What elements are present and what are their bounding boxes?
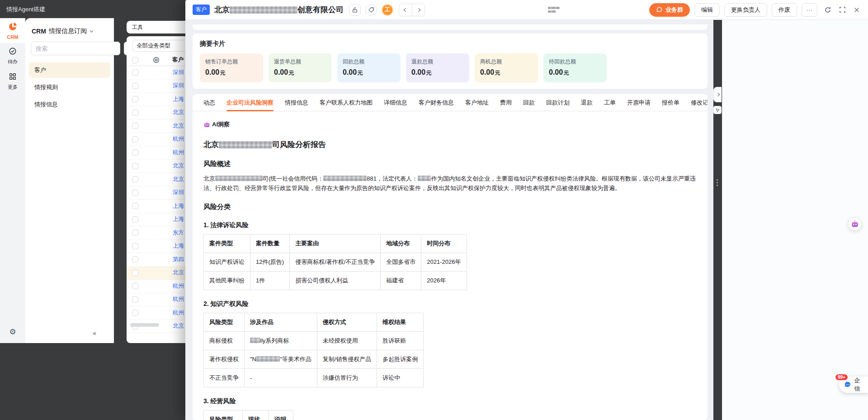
row-checkbox[interactable]: [132, 69, 138, 76]
row-checkbox[interactable]: [132, 190, 138, 196]
prev-record-button[interactable]: [399, 4, 412, 16]
ai-insight-label-row: AI洞察: [203, 120, 697, 129]
row-checkbox[interactable]: [132, 176, 138, 182]
rail-item-label: CRM: [0, 34, 25, 40]
select-all-checkbox[interactable]: [132, 57, 138, 63]
customer-link[interactable]: 杭州: [173, 282, 184, 290]
customer-link[interactable]: 北京: [173, 269, 184, 277]
table-cell: 复制/销售侵权产品: [317, 350, 377, 369]
search-input[interactable]: [31, 42, 120, 55]
customer-link[interactable]: 上海: [173, 202, 184, 210]
row-checkbox[interactable]: [132, 83, 138, 89]
qixin-launcher[interactable]: 99+ 企信: [839, 377, 868, 393]
tab-4[interactable]: 客户联系人权力地图: [320, 94, 373, 111]
customer-link[interactable]: 杭州: [173, 149, 184, 157]
table-header-cell: 案件数量: [250, 234, 290, 253]
owner-redacted-text: [548, 7, 560, 13]
tab-6[interactable]: 客户财务信息: [419, 94, 454, 111]
ai-assistant-fab[interactable]: [848, 217, 862, 231]
customer-link[interactable]: 北京: [173, 162, 184, 170]
customer-link[interactable]: 深圳: [173, 189, 184, 196]
tab-1[interactable]: 动态: [203, 94, 215, 111]
customer-link[interactable]: 杭州: [173, 135, 184, 143]
tab-5[interactable]: 详细信息: [384, 94, 407, 111]
tab-7[interactable]: 客户地址: [465, 94, 489, 111]
collapse-right-panel-handle[interactable]: [713, 87, 722, 102]
row-checkbox[interactable]: [132, 229, 138, 236]
table-cell: lly系列商标: [245, 332, 317, 350]
refresh-icon[interactable]: [824, 6, 832, 14]
customer-link[interactable]: 第四: [173, 256, 184, 263]
customer-link[interactable]: 北京: [173, 109, 184, 116]
row-checkbox[interactable]: [132, 310, 138, 316]
change-owner-button[interactable]: 更换负责人: [724, 3, 767, 17]
subscription-panel-header[interactable]: CRM 情报信息订阅: [25, 18, 114, 35]
customer-link[interactable]: 北京: [173, 322, 184, 330]
customer-link[interactable]: 深圳: [173, 82, 184, 90]
row-checkbox[interactable]: [132, 123, 138, 129]
settings-gear-icon[interactable]: ⚙: [0, 327, 25, 337]
column-settings-icon[interactable]: [153, 57, 160, 63]
row-checkbox[interactable]: [132, 243, 138, 249]
tab-3[interactable]: 情报信息: [285, 94, 308, 111]
tab-10[interactable]: 回款计划: [546, 94, 570, 111]
row-checkbox[interactable]: [132, 163, 138, 169]
customer-link[interactable]: 上海: [173, 242, 184, 250]
drawer-header: 客户 北京创意有限公司 工 业务群: [185, 0, 868, 20]
edit-button[interactable]: 编辑: [694, 3, 720, 17]
customer-link[interactable]: 北京: [173, 122, 184, 130]
collapse-panel-icon[interactable]: «: [93, 329, 96, 337]
rail-item-crm[interactable]: CRM: [0, 18, 25, 43]
table-cell: 损害公司债权人利益: [290, 272, 381, 290]
summary-stat-card: 销售订单总额0.00元: [200, 53, 263, 82]
table-cell: 商标侵权: [204, 332, 245, 350]
row-checkbox[interactable]: [132, 296, 138, 303]
customer-link[interactable]: 上海: [173, 95, 184, 103]
table-cell: 1件: [250, 272, 290, 290]
customer-link[interactable]: 杭州: [173, 296, 184, 303]
next-record-button[interactable]: [412, 4, 425, 16]
tab-13[interactable]: 开票申请: [627, 94, 651, 111]
tab-9[interactable]: 回款: [523, 94, 535, 111]
customer-link[interactable]: 杭州: [173, 309, 184, 317]
rail-item-more[interactable]: 更多: [0, 68, 25, 94]
lock-icon[interactable]: [349, 4, 361, 16]
customer-link[interactable]: 东方: [173, 229, 184, 237]
risk-section-operation: 3. 经营风险 风险类型现状说明: [203, 397, 697, 420]
row-checkbox[interactable]: [132, 203, 138, 209]
menu-item[interactable]: 情报信息: [29, 97, 110, 112]
customer-link[interactable]: 上海: [173, 215, 184, 223]
more-actions-button[interactable]: ···: [802, 3, 817, 17]
row-checkbox[interactable]: [132, 149, 138, 156]
risk-section-heading: 1. 法律诉讼风险: [203, 221, 697, 229]
tab-8[interactable]: 费用: [500, 94, 512, 111]
business-group-button[interactable]: 业务群: [649, 3, 690, 17]
horizontal-scrollbar[interactable]: [130, 323, 159, 327]
tab-14[interactable]: 报价单: [662, 94, 679, 111]
enterprise-badge-icon[interactable]: 工: [382, 4, 393, 16]
tag-icon[interactable]: [365, 4, 377, 16]
tab-12[interactable]: 工单: [604, 94, 616, 111]
row-checkbox[interactable]: [132, 216, 138, 223]
customer-link[interactable]: 深圳: [173, 69, 184, 76]
tab-15[interactable]: 修改记录: [691, 94, 708, 111]
drag-handle-dots[interactable]: [717, 179, 718, 181]
row-checkbox[interactable]: [132, 270, 138, 276]
menu-item[interactable]: 客户: [29, 62, 110, 78]
row-checkbox[interactable]: [132, 256, 138, 262]
row-checkbox[interactable]: [132, 136, 138, 143]
table-cell: 胜诉获赔: [377, 332, 424, 350]
redacted-text: [256, 356, 280, 362]
row-checkbox[interactable]: [132, 283, 138, 289]
void-button[interactable]: 作废: [772, 3, 797, 17]
row-checkbox[interactable]: [132, 110, 138, 116]
pointer-icon[interactable]: [713, 106, 722, 114]
menu-item[interactable]: 情报规则: [29, 80, 110, 95]
rail-item-todo[interactable]: 待办: [0, 43, 25, 68]
tab-2[interactable]: 企业司法风险洞察: [226, 94, 274, 111]
tab-11[interactable]: 退款: [581, 94, 593, 111]
row-checkbox[interactable]: [132, 96, 138, 102]
customer-link[interactable]: 北京: [173, 176, 184, 183]
expand-icon[interactable]: [838, 6, 846, 14]
close-icon[interactable]: [853, 6, 861, 14]
